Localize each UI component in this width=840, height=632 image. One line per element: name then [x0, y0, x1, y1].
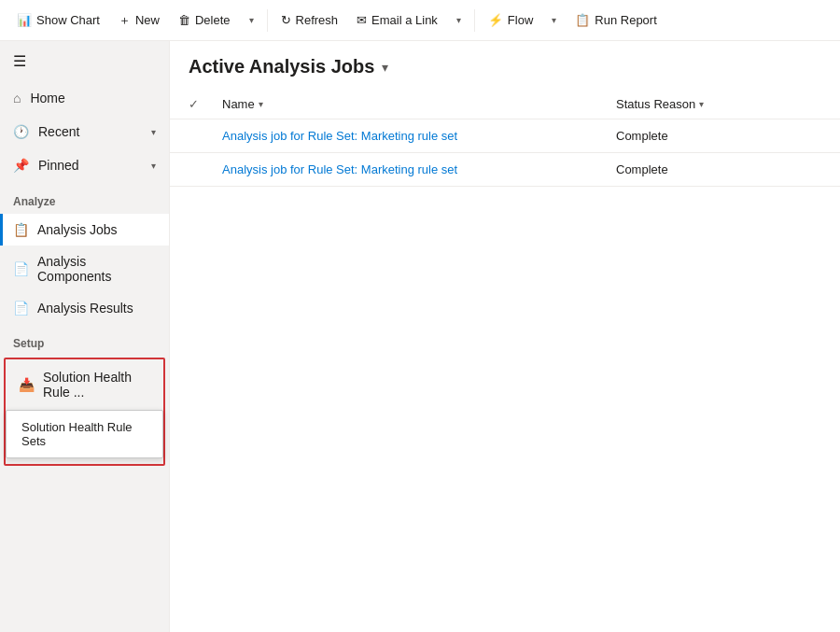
sidebar-item-analysis-jobs[interactable]: 📋 Analysis Jobs [0, 214, 169, 246]
sidebar-item-solution-health[interactable]: 📥 Solution Health Rule ... [6, 361, 163, 408]
sidebar: ☰ ⌂ Home 🕐 Recent ▾ 📌 Pinned ▾ Analyze 📋… [0, 41, 170, 632]
dropdown-arrow-flow[interactable]: ▾ [542, 9, 566, 31]
status-sort-icon: ▾ [699, 99, 704, 109]
content-area: Active Analysis Jobs ▾ ✓ Name ▾ Status R… [170, 41, 840, 632]
row-1-status: Complete [616, 129, 821, 143]
setup-section-title: Setup [0, 324, 169, 356]
sidebar-item-recent[interactable]: 🕐 Recent ▾ [0, 115, 169, 148]
page-title-chevron-icon[interactable]: ▾ [382, 60, 388, 75]
trash-icon: 🗑 [178, 13, 190, 27]
status-column-label: Status Reason [616, 97, 695, 111]
sidebar-home-label: Home [30, 91, 64, 105]
name-sort-icon: ▾ [259, 99, 263, 109]
page-header: Active Analysis Jobs ▾ [170, 41, 840, 89]
name-column-header[interactable]: Name ▾ [222, 97, 616, 111]
toolbar: 📊 Show Chart ＋ New 🗑 Delete ▾ ↻ Refresh … [0, 0, 840, 41]
components-icon: 📄 [13, 261, 28, 276]
plus-icon: ＋ [119, 12, 131, 29]
sidebar-item-analysis-components[interactable]: 📄 Analysis Components [0, 246, 169, 292]
flow-button[interactable]: ⚡ Flow [479, 7, 542, 33]
chevron-down-icon: ▾ [249, 15, 254, 25]
check-column-header: ✓ [189, 96, 222, 111]
solution-health-rule-sets-option[interactable]: Solution Health Rule Sets [7, 414, 162, 454]
solution-health-highlight-box: 📥 Solution Health Rule ... Solution Heal… [4, 358, 165, 466]
new-button[interactable]: ＋ New [109, 7, 169, 35]
chevron-recent-icon: ▾ [151, 127, 156, 137]
dropdown-arrow-delete[interactable]: ▾ [240, 9, 263, 31]
main-layout: ☰ ⌂ Home 🕐 Recent ▾ 📌 Pinned ▾ Analyze 📋… [0, 41, 840, 632]
checkmark-icon: ✓ [189, 97, 199, 111]
solution-health-icon: 📥 [19, 377, 34, 392]
sidebar-solution-health-label: Solution Health Rule ... [43, 370, 150, 400]
refresh-icon: ↻ [281, 13, 291, 27]
sidebar-components-label: Analysis Components [37, 254, 156, 284]
row-2-status: Complete [616, 162, 821, 176]
jobs-icon: 📋 [13, 222, 28, 237]
table-row: Analysis job for Rule Set: Marketing rul… [170, 153, 840, 187]
sidebar-jobs-label: Analysis Jobs [37, 222, 118, 237]
table-row: Analysis job for Rule Set: Marketing rul… [170, 119, 840, 153]
sidebar-item-home[interactable]: ⌂ Home [0, 81, 169, 115]
chevron-pinned-icon: ▾ [151, 161, 156, 171]
chevron-down-icon-3: ▾ [552, 15, 556, 25]
table-header: ✓ Name ▾ Status Reason ▾ [170, 89, 840, 119]
analyze-section-title: Analyze [0, 182, 169, 214]
results-icon: 📄 [13, 301, 28, 316]
sidebar-pinned-label: Pinned [38, 158, 79, 173]
chart-icon: 📊 [17, 13, 32, 27]
delete-button[interactable]: 🗑 Delete [169, 7, 240, 33]
chevron-down-icon-2: ▾ [456, 15, 461, 25]
row-1-name[interactable]: Analysis job for Rule Set: Marketing rul… [222, 129, 616, 143]
sidebar-recent-label: Recent [38, 124, 79, 139]
dropdown-arrow-email[interactable]: ▾ [447, 9, 470, 31]
separator-2 [474, 9, 475, 32]
separator-1 [267, 9, 268, 32]
pin-icon: 📌 [13, 158, 29, 173]
show-chart-button[interactable]: 📊 Show Chart [7, 7, 109, 33]
page-title: Active Analysis Jobs [189, 56, 374, 77]
name-column-label: Name [222, 97, 255, 111]
home-icon: ⌂ [13, 91, 21, 105]
table-area: ✓ Name ▾ Status Reason ▾ Analysis job fo… [170, 89, 840, 632]
refresh-button[interactable]: ↻ Refresh [272, 7, 348, 33]
run-report-button[interactable]: 📋 Run Report [566, 7, 665, 33]
flow-icon: ⚡ [488, 13, 503, 27]
sidebar-item-pinned[interactable]: 📌 Pinned ▾ [0, 148, 169, 182]
email-icon: ✉ [357, 13, 367, 27]
solution-health-tooltip: Solution Health Rule Sets [6, 410, 163, 458]
clock-icon: 🕐 [13, 124, 29, 139]
email-link-button[interactable]: ✉ Email a Link [347, 7, 447, 33]
report-icon: 📋 [575, 13, 590, 27]
sidebar-results-label: Analysis Results [37, 301, 133, 316]
status-column-header[interactable]: Status Reason ▾ [616, 97, 821, 111]
sidebar-item-analysis-results[interactable]: 📄 Analysis Results [0, 292, 169, 324]
row-2-name[interactable]: Analysis job for Rule Set: Marketing rul… [222, 162, 616, 176]
hamburger-menu[interactable]: ☰ [0, 41, 169, 81]
